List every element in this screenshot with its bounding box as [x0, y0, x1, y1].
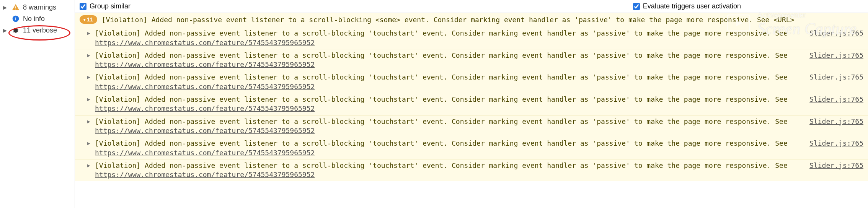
console-entry: ▶[Violation] Added non-passive event lis… — [75, 137, 868, 159]
message-url-link[interactable]: https://www.chromestatus.com/feature/574… — [95, 104, 315, 112]
sidebar-item-label: No info — [23, 15, 45, 23]
entry-body: [Violation] Added non-passive event list… — [95, 161, 806, 180]
sidebar-item-info[interactable]: No info — [0, 13, 75, 24]
console-entry: ▶[Violation] Added non-passive event lis… — [75, 159, 868, 182]
chevron-right-icon: ▶ — [3, 5, 8, 10]
message-url-link[interactable]: https://www.chromestatus.com/feature/574… — [95, 149, 315, 157]
message-prefix: [Violation] — [95, 95, 140, 103]
console-output: 11 [Violation] Added non-passive event l… — [75, 13, 868, 208]
console-entry: ▶[Violation] Added non-passive event lis… — [75, 49, 868, 72]
message-text: Added non-passive event listener to a sc… — [147, 16, 773, 24]
svg-rect-1 — [15, 9, 16, 10]
entry-body: [Violation] Added non-passive event list… — [95, 117, 806, 136]
message-url-link[interactable]: https://www.chromestatus.com/feature/574… — [95, 127, 315, 135]
message-text: Added non-passive event listener to a sc… — [140, 95, 788, 103]
message-text: Added non-passive event listener to a sc… — [140, 139, 788, 147]
message-prefix: [Violation] — [102, 16, 147, 24]
message-prefix: [Violation] — [95, 161, 140, 169]
count-value: 11 — [87, 15, 93, 24]
count-badge[interactable]: 11 — [80, 15, 97, 24]
toolbar: Group similar Evaluate triggers user act… — [75, 0, 868, 13]
message-prefix: [Violation] — [95, 51, 140, 59]
expand-arrow-icon[interactable]: ▶ — [87, 73, 92, 82]
message-text: Added non-passive event listener to a sc… — [140, 161, 788, 169]
expand-arrow-icon[interactable]: ▶ — [87, 29, 92, 38]
entry-body: [Violation] Added non-passive event list… — [95, 51, 806, 70]
console-entry: ▶[Violation] Added non-passive event lis… — [75, 27, 868, 49]
console-entry: ▶[Violation] Added non-passive event lis… — [75, 115, 868, 138]
sidebar: ▶ 8 warnings No info ▶ 11 verbose — [0, 0, 75, 208]
message-prefix: [Violation] — [95, 117, 140, 125]
source-link[interactable]: Slider.js:765 — [809, 139, 863, 148]
chevron-right-icon: ▶ — [3, 28, 8, 33]
warning-icon — [11, 3, 20, 11]
source-link[interactable]: Slider.js:765 — [809, 95, 863, 104]
message-url-link[interactable]: https://www.chromestatus.com/feature/574… — [95, 83, 315, 91]
evaluate-triggers-checkbox[interactable]: Evaluate triggers user activation — [633, 2, 741, 10]
message-text: Added non-passive event listener to a sc… — [140, 117, 788, 125]
source-link[interactable]: Slider.js:765 — [809, 73, 863, 82]
message-text: Added non-passive event listener to a sc… — [140, 73, 788, 81]
source-link[interactable]: Slider.js:765 — [809, 29, 863, 38]
sidebar-item-warnings[interactable]: ▶ 8 warnings — [0, 2, 75, 13]
svg-rect-0 — [15, 6, 16, 8]
sidebar-item-label: 8 warnings — [23, 3, 56, 11]
source-link[interactable]: Slider.js:765 — [809, 161, 863, 170]
group-similar-checkbox[interactable]: Group similar — [80, 2, 131, 10]
entry-body: [Violation] Added non-passive event list… — [95, 73, 806, 91]
expand-arrow-icon[interactable]: ▶ — [87, 51, 92, 60]
message-text: Added non-passive event listener to a sc… — [140, 29, 788, 37]
message-list: ▶[Violation] Added non-passive event lis… — [75, 27, 868, 181]
group-similar-input[interactable] — [80, 3, 86, 10]
message-url-link[interactable]: https://www.chromestatus.com/feature/574… — [95, 39, 315, 47]
expand-arrow-icon[interactable]: ▶ — [87, 139, 92, 148]
message-prefix: [Violation] — [95, 29, 140, 37]
checkbox-label: Group similar — [90, 2, 131, 10]
info-icon — [11, 15, 20, 23]
expand-arrow-icon[interactable]: ▶ — [87, 117, 92, 126]
message-group-header[interactable]: 11 [Violation] Added non-passive event l… — [75, 13, 868, 27]
expand-arrow-icon[interactable]: ▶ — [87, 161, 92, 170]
source-link[interactable]: Slider.js:765 — [809, 51, 863, 60]
message-prefix: [Violation] — [95, 73, 140, 81]
console-entry: ▶[Violation] Added non-passive event lis… — [75, 71, 868, 93]
message-url-placeholder: <URL> — [773, 16, 794, 24]
svg-rect-4 — [15, 17, 16, 18]
sidebar-item-verbose[interactable]: ▶ 11 verbose — [0, 24, 75, 36]
group-message: [Violation] Added non-passive event list… — [102, 15, 863, 24]
entry-body: [Violation] Added non-passive event list… — [95, 29, 806, 47]
bug-icon — [11, 26, 20, 34]
message-prefix: [Violation] — [95, 139, 140, 147]
entry-body: [Violation] Added non-passive event list… — [95, 95, 806, 114]
entry-body: [Violation] Added non-passive event list… — [95, 139, 806, 158]
svg-point-5 — [14, 28, 18, 33]
message-url-link[interactable]: https://www.chromestatus.com/feature/574… — [95, 171, 315, 179]
source-link[interactable]: Slider.js:765 — [809, 117, 863, 126]
main-panel: Group similar Evaluate triggers user act… — [75, 0, 868, 208]
message-text: Added non-passive event listener to a sc… — [140, 51, 788, 59]
svg-rect-3 — [15, 18, 16, 20]
expand-arrow-icon[interactable]: ▶ — [87, 95, 92, 104]
evaluate-triggers-input[interactable] — [633, 3, 640, 10]
console-entry: ▶[Violation] Added non-passive event lis… — [75, 93, 868, 115]
checkbox-label: Evaluate triggers user activation — [643, 2, 741, 10]
message-url-link[interactable]: https://www.chromestatus.com/feature/574… — [95, 60, 315, 68]
sidebar-item-label: 11 verbose — [23, 26, 57, 34]
